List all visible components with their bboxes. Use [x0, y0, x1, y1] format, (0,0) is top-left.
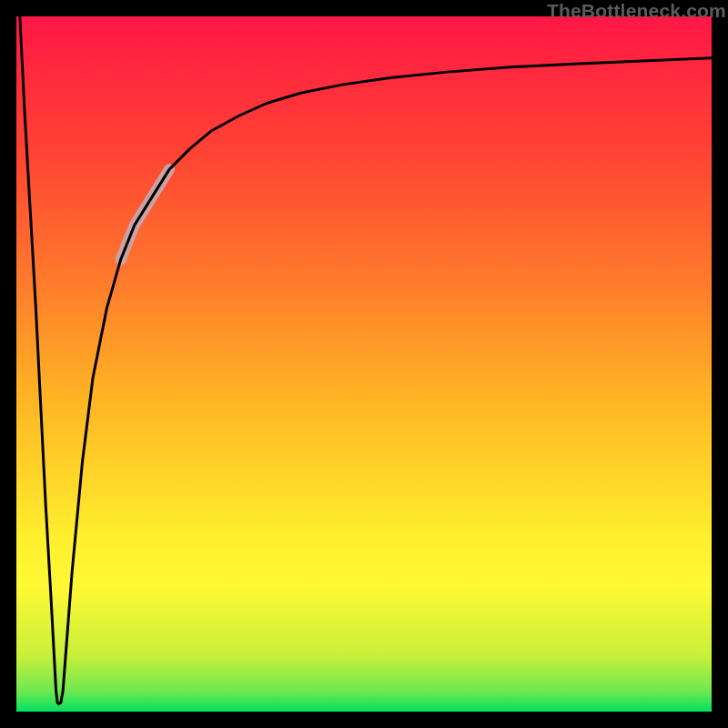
plot-area: [16, 16, 712, 712]
chart-frame: TheBottleneck.com: [0, 0, 728, 728]
bottleneck-curve: [16, 16, 712, 712]
watermark-text: TheBottleneck.com: [547, 0, 726, 22]
